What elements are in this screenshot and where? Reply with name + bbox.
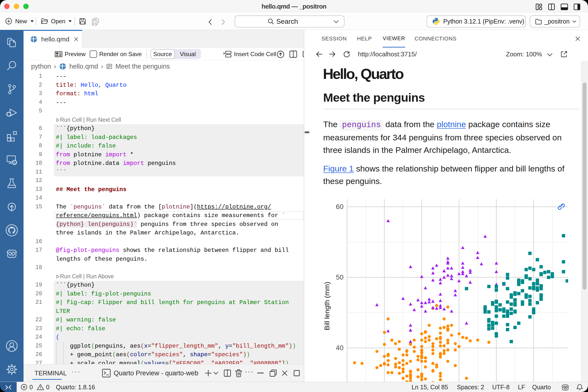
svg-text:60: 60 — [336, 203, 344, 210]
svg-text:50: 50 — [336, 274, 344, 281]
svg-text:40: 40 — [336, 344, 344, 352]
svg-text:Bill length (mm): Bill length (mm) — [323, 282, 331, 330]
